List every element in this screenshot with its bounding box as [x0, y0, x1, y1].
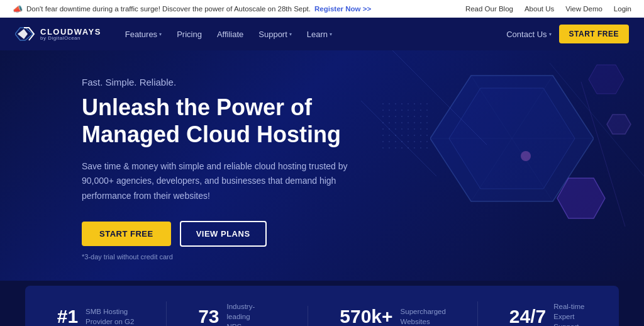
view-demo-link[interactable]: View Demo [565, 5, 602, 13]
navbar: CLOUDWAYS by DigitalOcean Features ▾ Pri… [0, 18, 644, 50]
stats-bar: #1 SMB HostingProvider on G2 73 Industry… [25, 286, 619, 326]
hero-buttons: START FREE VIEW PLANS [82, 221, 352, 247]
hero-graphic [361, 50, 644, 264]
stat-number-nps: 73 [198, 306, 219, 326]
learn-chevron-icon: ▾ [330, 31, 332, 37]
dot-grid [380, 101, 430, 151]
navbar-start-free-button[interactable]: START FREE [559, 25, 629, 43]
contact-us-button[interactable]: Contact Us ▾ [506, 30, 551, 39]
navbar-left: CLOUDWAYS by DigitalOcean Features ▾ Pri… [15, 25, 338, 43]
hero-start-free-button[interactable]: START FREE [82, 222, 171, 246]
logo-text: CLOUDWAYS by DigitalOcean [40, 28, 101, 41]
nav-learn[interactable]: Learn ▾ [301, 26, 338, 43]
stat-label-websites: SuperchargedWebsites [401, 306, 446, 326]
hero-section: Fast. Simple. Reliable. Unleash the Powe… [0, 50, 644, 281]
announcement-left: 📣 Don't fear downtime during a traffic s… [13, 4, 371, 14]
nav-features[interactable]: Features ▾ [119, 26, 168, 43]
stat-number-websites: 570k+ [340, 306, 392, 326]
stat-item-rank: #1 SMB HostingProvider on G2 [25, 306, 166, 326]
stat-item-nps: 73 Industry-leadingNPS [166, 301, 308, 326]
nav-links: Features ▾ Pricing Affiliate Support ▾ L… [119, 26, 338, 43]
announcement-text: Don't fear downtime during a traffic sur… [26, 5, 311, 13]
stat-label-rank: SMB HostingProvider on G2 [86, 306, 134, 326]
stat-item-support: 24/7 Real-timeExpert Support [477, 301, 619, 326]
nav-affiliate[interactable]: Affiliate [211, 26, 250, 43]
logo-icon [15, 25, 35, 43]
stat-number-support: 24/7 [509, 306, 546, 326]
support-chevron-icon: ▾ [289, 31, 292, 37]
line-decorations-icon [361, 50, 644, 264]
stat-label-nps: Industry-leadingNPS [227, 301, 277, 326]
brand-sub: by DigitalOcean [40, 36, 101, 41]
nav-pricing[interactable]: Pricing [170, 26, 208, 43]
hex-container [361, 50, 644, 264]
announcement-bar: 📣 Don't fear downtime during a traffic s… [0, 0, 644, 18]
stats-wrapper: #1 SMB HostingProvider on G2 73 Industry… [0, 281, 644, 326]
hero-view-plans-button[interactable]: VIEW PLANS [180, 221, 267, 247]
svg-line-14 [581, 82, 625, 227]
features-chevron-icon: ▾ [159, 31, 162, 37]
brand-name: CLOUDWAYS [40, 28, 101, 36]
megaphone-icon: 📣 [13, 4, 23, 14]
hero-title: Unleash the Power ofManaged Cloud Hostin… [82, 94, 352, 148]
svg-line-15 [550, 63, 644, 176]
about-us-link[interactable]: About Us [525, 5, 554, 13]
hero-description: Save time & money with simple and reliab… [82, 159, 352, 203]
stat-number-rank: #1 [57, 306, 78, 326]
register-link[interactable]: Register Now >> [314, 5, 371, 13]
hero-tagline: Fast. Simple. Reliable. [82, 77, 352, 87]
read-blog-link[interactable]: Read Our Blog [465, 5, 513, 13]
stat-label-support: Real-timeExpert Support [553, 301, 587, 326]
logo[interactable]: CLOUDWAYS by DigitalOcean [15, 25, 101, 43]
contact-chevron-icon: ▾ [549, 31, 552, 37]
announcement-right: Read Our Blog About Us View Demo Login [465, 5, 631, 13]
stat-item-websites: 570k+ SuperchargedWebsites [308, 306, 477, 326]
login-link[interactable]: Login [614, 5, 631, 13]
nav-support[interactable]: Support ▾ [252, 26, 298, 43]
hero-content: Fast. Simple. Reliable. Unleash the Powe… [0, 50, 377, 281]
trial-note: *3-day trial without credit card [82, 253, 352, 261]
navbar-right: Contact Us ▾ START FREE [506, 25, 629, 43]
